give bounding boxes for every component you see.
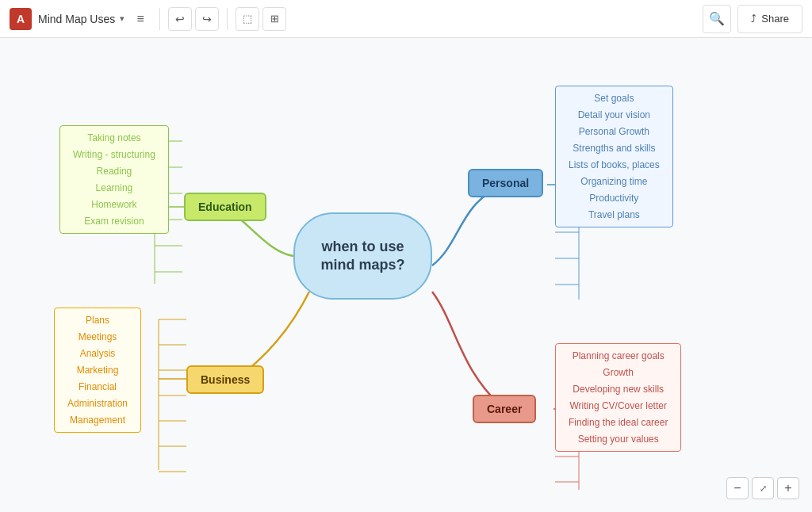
list-item[interactable]: Management	[61, 412, 134, 428]
career-node[interactable]: Career	[473, 395, 536, 423]
search-button[interactable]: 🔍	[703, 5, 731, 33]
list-item[interactable]: Learning	[67, 180, 162, 196]
share-icon: ⤴	[751, 13, 756, 25]
list-item[interactable]: Administration	[61, 395, 134, 411]
undo-button[interactable]: ↩	[168, 7, 192, 31]
list-item[interactable]: Meetings	[61, 329, 134, 345]
list-item[interactable]: Growth	[562, 365, 674, 380]
list-item[interactable]: Developing new skills	[562, 381, 674, 397]
toolbar-divider	[159, 8, 160, 30]
list-item[interactable]: Plans	[61, 312, 134, 328]
list-item[interactable]: Taking notes	[67, 130, 162, 146]
business-node[interactable]: Business	[186, 365, 264, 394]
fit-screen-button[interactable]: ⤢	[752, 477, 774, 499]
zoom-out-button[interactable]: −	[726, 477, 749, 499]
list-item[interactable]: Personal Growth	[562, 124, 666, 139]
central-node[interactable]: when to use mind maps?	[293, 212, 432, 300]
zoom-in-button[interactable]: +	[777, 477, 799, 499]
list-item[interactable]: Reading	[67, 163, 162, 179]
career-leaves: Planning career goals Growth Developing …	[555, 343, 681, 452]
app-logo: A	[10, 8, 32, 30]
business-leaves: Plans Meetings Analysis Marketing Financ…	[54, 308, 141, 433]
list-item[interactable]: Financial	[61, 379, 134, 395]
education-node[interactable]: Education	[184, 193, 266, 221]
list-item[interactable]: Strengths and skills	[562, 140, 666, 156]
list-item[interactable]: Detail your vision	[562, 107, 666, 123]
list-item[interactable]: Writing CV/Cover letter	[562, 398, 674, 414]
nav-buttons: ↩ ↪	[168, 7, 219, 31]
share-button[interactable]: ⤴ Share	[737, 5, 802, 33]
list-item[interactable]: Exam revision	[67, 213, 162, 229]
personal-node[interactable]: Personal	[468, 169, 543, 197]
list-item[interactable]: Writing - structuring	[67, 147, 162, 162]
list-item[interactable]: Lists of books, places	[562, 157, 666, 173]
toolbar: A Mind Map Uses ▾ ≡ ↩ ↪ ⬚ ⊞ 🔍 ⤴ Share	[0, 0, 812, 38]
education-leaves: Taking notes Writing - structuring Readi…	[59, 125, 169, 234]
toolbar-divider-2	[227, 8, 228, 30]
list-item[interactable]: Setting your values	[562, 431, 674, 447]
list-item[interactable]: Productivity	[562, 190, 666, 206]
title-chevron-icon[interactable]: ▾	[120, 13, 124, 24]
list-item[interactable]: Travel plans	[562, 207, 666, 223]
zoom-controls: − ⤢ +	[726, 477, 799, 499]
menu-button[interactable]: ≡	[129, 8, 151, 30]
personal-leaves: Set goals Detail your vision Personal Gr…	[555, 86, 673, 227]
list-item[interactable]: Homework	[67, 197, 162, 212]
toolbar-right: 🔍 ⤴ Share	[703, 5, 802, 33]
shape-buttons: ⬚ ⊞	[236, 7, 286, 31]
list-item[interactable]: Planning career goals	[562, 348, 674, 364]
list-item[interactable]: Set goals	[562, 90, 666, 106]
list-item[interactable]: Finding the ideal career	[562, 415, 674, 430]
redo-button[interactable]: ↪	[195, 7, 219, 31]
shape-button-1[interactable]: ⬚	[236, 7, 259, 31]
list-item[interactable]: Organizing time	[562, 174, 666, 189]
list-item[interactable]: Marketing	[61, 362, 134, 378]
share-label: Share	[761, 13, 789, 25]
shape-button-2[interactable]: ⊞	[262, 7, 286, 31]
title-area: Mind Map Uses ▾	[38, 13, 124, 25]
document-title[interactable]: Mind Map Uses	[38, 13, 115, 25]
mind-map-canvas: when to use mind maps? Education Persona…	[0, 38, 812, 512]
list-item[interactable]: Analysis	[61, 346, 134, 361]
